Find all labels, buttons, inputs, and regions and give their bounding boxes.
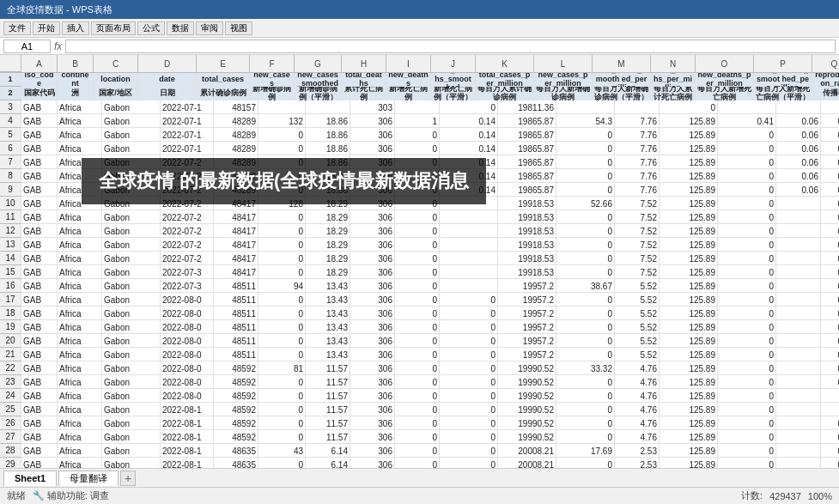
list-item[interactable]: 0 — [395, 293, 440, 307]
list-item[interactable]: 132 — [258, 114, 306, 128]
list-item[interactable]: Gabon — [102, 334, 161, 348]
list-item[interactable]: GAB — [21, 224, 58, 238]
list-item[interactable]: Africa — [58, 224, 102, 238]
list-item[interactable]: Africa — [58, 293, 102, 307]
list-item[interactable]: 0 — [718, 430, 776, 444]
col-header-j[interactable]: J — [431, 55, 476, 72]
list-item[interactable]: 2022-08-0 — [161, 334, 214, 348]
list-item[interactable]: 0.06 — [776, 183, 821, 197]
sheet-tab-1[interactable]: Sheet1 — [3, 471, 57, 486]
ribbon-formula[interactable]: 公式 — [137, 21, 165, 35]
list-item[interactable]: 0 — [718, 334, 776, 348]
list-item[interactable]: 0 — [258, 403, 306, 416]
list-item[interactable]: 2022-07-2 — [161, 252, 214, 265]
list-item[interactable]: 0.19 — [821, 430, 839, 444]
list-item[interactable] — [776, 238, 821, 252]
list-item[interactable]: GAB — [21, 403, 58, 416]
list-item[interactable] — [776, 348, 821, 361]
list-item[interactable]: Africa — [58, 210, 102, 224]
list-item[interactable]: Africa — [58, 238, 102, 252]
list-item[interactable] — [776, 375, 821, 389]
list-item[interactable]: 303 — [350, 100, 395, 114]
list-item[interactable]: 48157 — [214, 100, 258, 114]
list-item[interactable]: 125.89 — [660, 279, 718, 293]
list-item[interactable]: 0 — [395, 224, 440, 238]
cell-1-q[interactable]: reproduction_rate — [812, 73, 839, 87]
list-item[interactable]: 48289 — [214, 114, 258, 128]
cell-2-d[interactable]: 日期 — [138, 87, 197, 100]
list-item[interactable]: 2.53 — [615, 458, 660, 468]
list-item[interactable]: 48592 — [214, 389, 258, 403]
list-item[interactable]: 48417 — [214, 210, 258, 224]
list-item[interactable]: 38.67 — [556, 279, 615, 293]
list-item[interactable]: 125.89 — [660, 320, 718, 334]
list-item[interactable]: 0 — [258, 224, 306, 238]
list-item[interactable]: 48592 — [214, 430, 258, 444]
list-item[interactable]: 0 — [718, 238, 776, 252]
sheet-tab-2[interactable]: 母量翻译 — [58, 471, 119, 486]
list-item[interactable]: GAB — [21, 210, 58, 224]
list-item[interactable] — [776, 252, 821, 265]
list-item[interactable]: 5.52 — [615, 307, 660, 320]
list-item[interactable]: 125.89 — [660, 224, 718, 238]
list-item[interactable]: Africa — [58, 334, 102, 348]
list-item[interactable]: 125.89 — [660, 389, 718, 403]
list-item[interactable] — [776, 389, 821, 403]
list-item[interactable]: 13.43 — [306, 348, 350, 361]
cell-1-l[interactable]: new_cases_per_million — [534, 73, 593, 87]
list-item[interactable]: 54.3 — [556, 114, 615, 128]
list-item[interactable]: 125.89 — [660, 197, 718, 210]
cell-1-c[interactable]: location — [94, 73, 138, 87]
list-item[interactable]: 0 — [718, 361, 776, 375]
list-item[interactable]: 20008.21 — [498, 458, 556, 468]
list-item[interactable] — [556, 100, 615, 114]
list-item[interactable]: GAB — [21, 238, 58, 252]
list-item[interactable]: 48417 — [214, 265, 258, 279]
list-item[interactable]: 0 — [556, 224, 615, 238]
list-item[interactable]: Africa — [58, 252, 102, 265]
cell-2-o[interactable]: 每百万人新增死亡病例 — [696, 87, 754, 100]
list-item[interactable]: 0.06 — [776, 128, 821, 142]
list-item[interactable]: 0 — [718, 458, 776, 468]
list-item[interactable]: Gabon — [102, 128, 161, 142]
cell-2-i[interactable]: 新增死亡病例 — [386, 87, 431, 100]
list-item[interactable]: 306 — [350, 252, 395, 265]
list-item[interactable]: 19918.53 — [498, 238, 556, 252]
cell-2-q[interactable]: 传播率 — [812, 87, 839, 100]
cell-1-i[interactable]: new_deaths — [386, 73, 431, 87]
list-item[interactable] — [776, 197, 821, 210]
list-item[interactable]: 0.2 — [821, 389, 839, 403]
list-item[interactable]: 7.52 — [615, 224, 660, 238]
list-item[interactable]: Gabon — [102, 430, 161, 444]
list-item[interactable]: GAB — [21, 252, 58, 265]
list-item[interactable]: 0 — [258, 320, 306, 334]
list-item[interactable]: 2022-07-1 — [161, 100, 214, 114]
list-item[interactable]: 11.57 — [306, 389, 350, 403]
list-item[interactable]: 48511 — [214, 348, 258, 361]
list-item[interactable]: GAB — [21, 458, 58, 468]
list-item[interactable] — [776, 361, 821, 375]
list-item[interactable]: 19990.52 — [498, 416, 556, 430]
list-item[interactable]: 0 — [440, 348, 498, 361]
list-item[interactable]: 0 — [395, 307, 440, 320]
list-item[interactable]: 125.89 — [660, 142, 718, 155]
list-item[interactable]: 0 — [718, 279, 776, 293]
list-item[interactable]: 19811.36 — [498, 100, 556, 114]
cell-1-e[interactable]: total_cases — [197, 73, 250, 87]
list-item[interactable]: 0 — [258, 416, 306, 430]
list-item[interactable]: Africa — [58, 307, 102, 320]
list-item[interactable]: 0.14 — [440, 114, 498, 128]
list-item[interactable]: 0 — [258, 142, 306, 155]
list-item[interactable]: 48635 — [214, 458, 258, 468]
cell-1-n[interactable]: total_deaths_per_million — [651, 73, 696, 87]
cell-1-j[interactable]: new_deat hs_smoothed — [431, 73, 476, 87]
list-item[interactable]: Africa — [58, 375, 102, 389]
list-item[interactable]: GAB — [21, 416, 58, 430]
list-item[interactable]: 0 — [440, 444, 498, 458]
col-header-o[interactable]: O — [696, 55, 754, 72]
list-item[interactable] — [440, 224, 498, 238]
list-item[interactable]: 0 — [440, 293, 498, 307]
list-item[interactable]: 306 — [350, 334, 395, 348]
col-header-p[interactable]: P — [754, 55, 812, 72]
cell-1-d[interactable]: date — [138, 73, 197, 87]
